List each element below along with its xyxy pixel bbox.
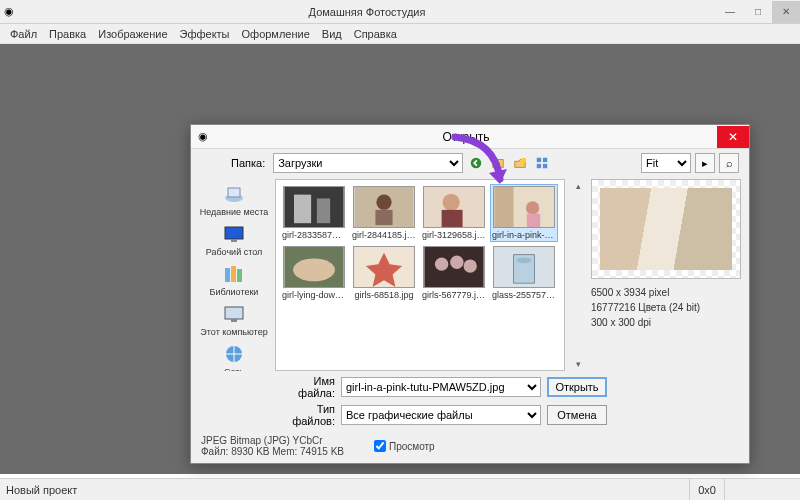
- svg-rect-10: [225, 268, 230, 282]
- file-item-selected[interactable]: girl-in-a-pink-tu...: [490, 184, 558, 242]
- status-coords: 0x0: [689, 479, 724, 500]
- open-dialog: ◉ Открыть ✕ Папка: Загрузки Fit ▸ ⌕ Неда…: [190, 124, 750, 464]
- filetype-select[interactable]: Все графические файлы: [341, 405, 541, 425]
- new-folder-icon[interactable]: [511, 154, 529, 172]
- app-titlebar: ◉ Домашняя Фотостудия — □ ✕: [0, 0, 800, 24]
- file-item[interactable]: girl-2844185.jpg: [350, 184, 418, 242]
- place-computer[interactable]: Этот компьютер: [199, 301, 269, 339]
- status-empty: [724, 479, 794, 500]
- format-info: JPEG Bitmap (JPG) YCbCr: [201, 435, 344, 446]
- file-item[interactable]: girl-lying-down-...: [280, 244, 348, 302]
- svg-point-30: [293, 258, 335, 281]
- menubar: Файл Правка Изображение Эффекты Оформлен…: [0, 24, 800, 44]
- open-button[interactable]: Открыть: [547, 377, 607, 397]
- svg-rect-5: [543, 164, 547, 168]
- maximize-button[interactable]: □: [744, 1, 772, 23]
- menu-decoration[interactable]: Оформление: [236, 28, 316, 40]
- close-button[interactable]: ✕: [772, 1, 800, 23]
- svg-rect-3: [543, 158, 547, 162]
- file-item[interactable]: glass-2557577_1...: [490, 244, 558, 302]
- file-item[interactable]: girl-2833587_192...: [280, 184, 348, 242]
- svg-point-35: [464, 259, 477, 272]
- svg-rect-18: [317, 198, 330, 223]
- svg-point-33: [435, 257, 448, 270]
- svg-point-34: [450, 256, 463, 269]
- preview-checkbox-input[interactable]: [374, 440, 386, 452]
- svg-rect-14: [231, 319, 237, 322]
- preview-checkbox[interactable]: Просмотр: [374, 440, 435, 452]
- menu-file[interactable]: Файл: [4, 28, 43, 40]
- svg-rect-7: [228, 188, 240, 197]
- menu-effects[interactable]: Эффекты: [174, 28, 236, 40]
- scroll-down-icon[interactable]: ▾: [576, 359, 581, 369]
- svg-rect-2: [537, 158, 541, 162]
- fit-select[interactable]: Fit: [641, 153, 691, 173]
- workarea: ◉ Открыть ✕ Папка: Загрузки Fit ▸ ⌕ Неда…: [0, 44, 800, 474]
- preview-pane: 6500 x 3934 pixel 16777216 Цвета (24 bit…: [591, 179, 741, 371]
- svg-point-1: [521, 158, 526, 163]
- svg-point-23: [443, 194, 460, 211]
- preview-dpi: 300 x 300 dpi: [591, 315, 741, 330]
- svg-point-37: [516, 257, 531, 263]
- folder-label: Папка:: [231, 157, 265, 169]
- menu-edit[interactable]: Правка: [43, 28, 92, 40]
- menu-help[interactable]: Справка: [348, 28, 403, 40]
- filename-label: Имя файла:: [275, 375, 335, 399]
- file-item[interactable]: girls-68518.jpg: [350, 244, 418, 302]
- scrollbar[interactable]: ▴ ▾: [571, 179, 585, 371]
- dialog-icon: ◉: [191, 130, 215, 143]
- zoom-button[interactable]: ⌕: [719, 153, 739, 173]
- svg-rect-26: [494, 187, 513, 227]
- preview-image: [591, 179, 741, 279]
- place-libraries[interactable]: Библиотеки: [199, 261, 269, 299]
- dialog-title: Открыть: [215, 130, 717, 144]
- menu-image[interactable]: Изображение: [92, 28, 173, 40]
- dialog-footer: JPEG Bitmap (JPG) YCbCr Файл: 8930 KB Me…: [191, 433, 749, 463]
- statusbar: Новый проект 0x0: [0, 478, 800, 500]
- svg-point-20: [376, 195, 391, 210]
- scroll-up-icon[interactable]: ▴: [576, 181, 581, 191]
- cancel-button[interactable]: Отмена: [547, 405, 607, 425]
- status-project: Новый проект: [6, 484, 77, 496]
- folder-select[interactable]: Загрузки: [273, 153, 463, 173]
- filename-input[interactable]: girl-in-a-pink-tutu-PMAW5ZD.jpg: [341, 377, 541, 397]
- places-bar: Недавние места Рабочий стол Библиотеки Э…: [199, 179, 269, 371]
- minimize-button[interactable]: —: [716, 1, 744, 23]
- filetype-label: Тип файлов:: [275, 403, 335, 427]
- file-item[interactable]: girls-567779.jpg: [420, 244, 488, 302]
- svg-rect-11: [231, 266, 236, 282]
- file-item[interactable]: girl-3129658.jpg: [420, 184, 488, 242]
- svg-point-27: [526, 201, 539, 214]
- svg-rect-21: [375, 210, 392, 225]
- preview-colors: 16777216 Цвета (24 bit): [591, 300, 741, 315]
- place-desktop[interactable]: Рабочий стол: [199, 221, 269, 259]
- place-network[interactable]: Сеть: [199, 341, 269, 371]
- dialog-titlebar: ◉ Открыть ✕: [191, 125, 749, 149]
- svg-rect-24: [442, 210, 463, 227]
- svg-rect-12: [237, 269, 242, 282]
- view-mode-icon[interactable]: [533, 154, 551, 172]
- dialog-close-button[interactable]: ✕: [717, 126, 749, 148]
- svg-rect-8: [225, 227, 243, 239]
- dialog-toolbar: Папка: Загрузки Fit ▸ ⌕: [191, 149, 749, 179]
- app-icon: ◉: [0, 5, 18, 18]
- menu-view[interactable]: Вид: [316, 28, 348, 40]
- preview-meta: 6500 x 3934 pixel 16777216 Цвета (24 bit…: [591, 285, 741, 330]
- svg-rect-13: [225, 307, 243, 319]
- up-icon[interactable]: [489, 154, 507, 172]
- file-list[interactable]: girl-2833587_192... girl-2844185.jpg gir…: [275, 179, 565, 371]
- svg-rect-17: [294, 195, 311, 224]
- svg-rect-9: [231, 239, 237, 242]
- back-icon[interactable]: [467, 154, 485, 172]
- svg-rect-16: [284, 187, 343, 227]
- nav-button[interactable]: ▸: [695, 153, 715, 173]
- preview-dimensions: 6500 x 3934 pixel: [591, 285, 741, 300]
- app-title: Домашняя Фотостудия: [18, 6, 716, 18]
- svg-rect-4: [537, 164, 541, 168]
- svg-point-0: [471, 158, 482, 169]
- svg-rect-28: [527, 214, 540, 227]
- memory-info: Файл: 8930 KB Mem: 74915 KB: [201, 446, 344, 457]
- place-recent[interactable]: Недавние места: [199, 181, 269, 219]
